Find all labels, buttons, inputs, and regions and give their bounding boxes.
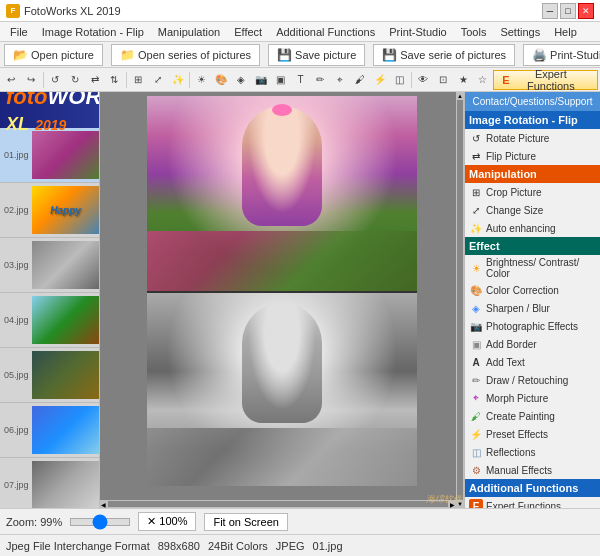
- painting-icon[interactable]: 🖌: [351, 70, 370, 90]
- zoom-100-label: ✕ 100%: [147, 515, 187, 528]
- star-icon[interactable]: ☆: [473, 70, 492, 90]
- close-button[interactable]: ✕: [578, 3, 594, 19]
- create-painting-entry[interactable]: 🖌 Create Painting: [465, 407, 600, 425]
- expert-functions-button[interactable]: E Expert Functions: [493, 70, 598, 90]
- save-picture-button[interactable]: 💾 Save picture: [268, 44, 365, 66]
- print-studio-button[interactable]: 🖨️ Print-Studio: [523, 44, 600, 66]
- red-eye-icon[interactable]: 👁: [414, 70, 433, 90]
- thumbnail-item-4[interactable]: 04.jpg: [0, 293, 99, 348]
- zoom-slider[interactable]: [70, 518, 130, 526]
- thumbnail-item-2[interactable]: 02.jpg Happy: [0, 183, 99, 238]
- text-icon[interactable]: T: [291, 70, 310, 90]
- crop-picture-icon: ⊞: [469, 185, 483, 199]
- flip-picture-entry[interactable]: ⇄ Flip Picture: [465, 147, 600, 165]
- expert-functions-entry[interactable]: E Expert Functions: [465, 497, 600, 508]
- menu-help[interactable]: Help: [548, 24, 583, 40]
- expert-functions-label: Expert Functions: [486, 501, 561, 509]
- sharpen-blur-icon: ◈: [469, 301, 483, 315]
- resize-icon[interactable]: ⤢: [149, 70, 168, 90]
- rotate-left-icon[interactable]: ↺: [46, 70, 65, 90]
- girl-silhouette-bw: [242, 303, 322, 423]
- expert-label: Expert Functions: [513, 68, 589, 92]
- contact-button[interactable]: Contact/Questions/Support: [465, 92, 600, 111]
- add-text-entry[interactable]: A Add Text: [465, 353, 600, 371]
- draw-retouching-label: Draw / Retouching: [486, 375, 568, 386]
- draw-retouching-entry[interactable]: ✏ Draw / Retouching: [465, 371, 600, 389]
- auto-enhancing-entry[interactable]: ✨ Auto enhancing: [465, 219, 600, 237]
- thumbnail-item-5[interactable]: 05.jpg: [0, 348, 99, 403]
- collage-icon[interactable]: ⊡: [434, 70, 453, 90]
- save-serie-label: Save serie of pictures: [400, 49, 506, 61]
- status-format: Jpeg File Interchange Format: [6, 540, 150, 552]
- menu-additional[interactable]: Additional Functions: [270, 24, 381, 40]
- photographic-effects-entry[interactable]: 📷 Photographic Effects: [465, 317, 600, 335]
- logo-year: 2019: [35, 117, 66, 133]
- thumbnail-item-7[interactable]: 07.jpg: [0, 458, 99, 508]
- photo-effects-icon[interactable]: 📷: [252, 70, 271, 90]
- menu-file[interactable]: File: [4, 24, 34, 40]
- add-border-label: Add Border: [486, 339, 537, 350]
- canvas-area: ▲ ▼: [100, 92, 464, 508]
- open-picture-button[interactable]: 📂 Open picture: [4, 44, 103, 66]
- scroll-left-arrow[interactable]: ◀: [100, 501, 107, 508]
- open-series-button[interactable]: 📁 Open series of pictures: [111, 44, 260, 66]
- save-serie-button[interactable]: 💾 Save serie of pictures: [373, 44, 515, 66]
- maximize-button[interactable]: □: [560, 3, 576, 19]
- tb2-sep-4: [411, 72, 412, 88]
- girl-silhouette: [242, 106, 322, 226]
- reflections-icon: ◫: [469, 445, 483, 459]
- morph-icon[interactable]: ⌖: [331, 70, 350, 90]
- preset-effects-entry[interactable]: ⚡ Preset Effects: [465, 425, 600, 443]
- flip-v-icon[interactable]: ⇅: [105, 70, 124, 90]
- color-correct-icon[interactable]: 🎨: [212, 70, 231, 90]
- change-size-entry[interactable]: ⤢ Change Size: [465, 201, 600, 219]
- auto-enhance-icon[interactable]: ✨: [168, 70, 187, 90]
- fit-on-screen-button[interactable]: Fit on Screen: [204, 513, 287, 531]
- save-serie-icon: 💾: [382, 48, 397, 62]
- h-scroll-thumb[interactable]: [108, 501, 448, 507]
- menu-effect[interactable]: Effect: [228, 24, 268, 40]
- status-bar: Jpeg File Interchange Format 898x680 24B…: [0, 534, 600, 556]
- manual-effects-entry[interactable]: ⚙ Manual Effects: [465, 461, 600, 479]
- sharpen-blur-entry[interactable]: ◈ Sharpen / Blur: [465, 299, 600, 317]
- rotate-picture-label: Rotate Picture: [486, 133, 549, 144]
- thumb-img-3: [32, 241, 100, 289]
- add-border-entry[interactable]: ▣ Add Border: [465, 335, 600, 353]
- menu-settings[interactable]: Settings: [494, 24, 546, 40]
- sharpen-icon[interactable]: ◈: [232, 70, 251, 90]
- zoom-100-button[interactable]: ✕ 100%: [138, 512, 196, 531]
- color-image: [147, 96, 417, 291]
- redo-icon[interactable]: ↪: [22, 70, 41, 90]
- thumbnail-item-1[interactable]: 01.jpg: [0, 128, 99, 183]
- thumbnail-item-6[interactable]: 06.jpg: [0, 403, 99, 458]
- reflect-icon[interactable]: ◫: [390, 70, 409, 90]
- rotate-picture-entry[interactable]: ↺ Rotate Picture: [465, 129, 600, 147]
- preset-icon[interactable]: ⚡: [370, 70, 389, 90]
- menu-rotation[interactable]: Image Rotation - Flip: [36, 24, 150, 40]
- undo-icon[interactable]: ↩: [2, 70, 21, 90]
- thumb-img-6: [32, 406, 100, 454]
- menu-print-studio[interactable]: Print-Studio: [383, 24, 452, 40]
- status-colors: 24Bit Colors: [208, 540, 268, 552]
- thumbnail-item-3[interactable]: 03.jpg: [0, 238, 99, 293]
- crop-picture-label: Crop Picture: [486, 187, 542, 198]
- morph-picture-entry[interactable]: ⌖ Morph Picture: [465, 389, 600, 407]
- clipart-icon[interactable]: ★: [454, 70, 473, 90]
- brightness-icon[interactable]: ☀: [192, 70, 211, 90]
- scroll-thumb[interactable]: [457, 100, 463, 500]
- window-controls: ─ □ ✕: [542, 3, 594, 19]
- minimize-button[interactable]: ─: [542, 3, 558, 19]
- crop-picture-entry[interactable]: ⊞ Crop Picture: [465, 183, 600, 201]
- menu-manipulation[interactable]: Manipulation: [152, 24, 226, 40]
- crop-icon[interactable]: ⊞: [129, 70, 148, 90]
- flip-h-icon[interactable]: ⇄: [85, 70, 104, 90]
- scroll-up-arrow[interactable]: ▲: [456, 93, 464, 99]
- rotate-right-icon[interactable]: ↻: [65, 70, 84, 90]
- color-correction-entry[interactable]: 🎨 Color Correction: [465, 281, 600, 299]
- menu-tools[interactable]: Tools: [455, 24, 493, 40]
- reflections-entry[interactable]: ◫ Reflections: [465, 443, 600, 461]
- thumb-img-4: [32, 296, 100, 344]
- brightness-entry[interactable]: ☀ Brightness/ Contrast/ Color: [465, 255, 600, 281]
- draw-icon[interactable]: ✏: [311, 70, 330, 90]
- border-icon[interactable]: ▣: [271, 70, 290, 90]
